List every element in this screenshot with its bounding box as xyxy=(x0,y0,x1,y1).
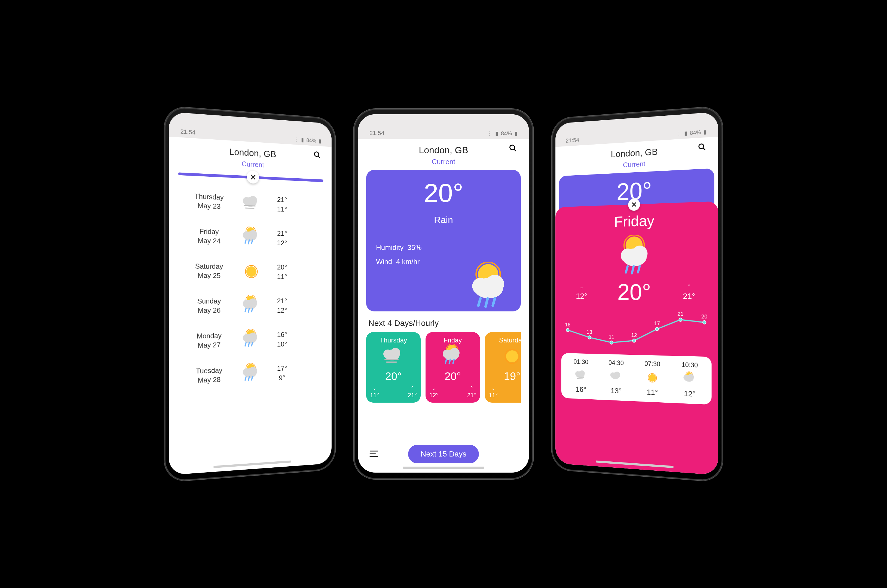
forecast-row[interactable]: TuesdayMay 2817°9° xyxy=(182,355,320,394)
battery-icon: ▮ xyxy=(704,129,707,135)
forecast-day-label: ThursdayMay 23 xyxy=(182,191,236,212)
hourly-item[interactable]: 10:3012° xyxy=(682,361,698,399)
svg-point-22 xyxy=(566,328,569,332)
mini-card-temp: 20° xyxy=(444,370,461,382)
svg-point-26 xyxy=(655,327,659,331)
hourly-item[interactable]: 07:3011° xyxy=(644,360,660,397)
battery-icon: ▮ xyxy=(515,130,518,136)
hourly-time: 07:30 xyxy=(644,360,660,368)
rain-sun-icon xyxy=(236,329,267,351)
tab-current[interactable]: Current xyxy=(358,158,529,170)
forecast-cards-row[interactable]: Thursday20° ⌄11° ⌃21° Friday20° ⌄12° ⌃21… xyxy=(366,332,521,403)
status-system-icons: ⋮ ▮ 84% ▮ xyxy=(294,136,321,144)
status-system-icons: ⋮ ▮ 84% ▮ xyxy=(676,129,707,137)
status-system-icons: ⋮ ▮ 84% ▮ xyxy=(487,130,518,136)
hourly-item[interactable]: 04:3013° xyxy=(608,359,624,396)
location-title: London, GB xyxy=(611,147,658,159)
mini-card-low: 11° xyxy=(489,392,498,399)
svg-line-16 xyxy=(514,149,516,152)
app-header: London, GB xyxy=(358,139,529,158)
hourly-forecast-card[interactable]: 01:3016°04:3013°07:3011°10:3012° xyxy=(561,353,712,405)
hourly-temp-chart: 16131112172120 xyxy=(563,310,710,353)
search-icon[interactable] xyxy=(314,150,321,161)
phone-mockup-forecast-list: 21:54 ⋮ ▮ 84% ▮ London, GB Current ✕ Thu… xyxy=(164,106,335,482)
detail-temp: 20° xyxy=(617,279,651,305)
forecast-row[interactable]: ThursdayMay 2321°11° xyxy=(182,183,320,222)
wifi-icon: ⋮ xyxy=(294,136,299,142)
signal-icon: ▮ xyxy=(301,136,304,143)
search-icon[interactable] xyxy=(509,144,517,154)
signal-icon: ▮ xyxy=(684,130,687,136)
svg-point-28 xyxy=(703,321,706,324)
hourly-item[interactable]: 01:3016° xyxy=(573,358,588,394)
hourly-time: 01:30 xyxy=(573,358,588,366)
status-time: 21:54 xyxy=(180,128,195,136)
svg-point-15 xyxy=(510,145,515,150)
mini-card-temp: 19° xyxy=(504,370,521,382)
hourly-temp: 13° xyxy=(611,387,621,396)
chevron-up-icon: ⌃ xyxy=(687,283,691,289)
status-time: 21:54 xyxy=(566,136,579,144)
search-icon[interactable] xyxy=(698,142,706,153)
hourly-time: 10:30 xyxy=(682,361,698,369)
signal-icon: ▮ xyxy=(495,130,498,136)
hourly-temp: 11° xyxy=(647,388,658,397)
hourly-temp: 16° xyxy=(576,385,587,394)
current-weather-card[interactable]: 20° Rain Humidity 35% Wind 4 km/hr xyxy=(366,170,521,311)
forecast-temps: 21°12° xyxy=(267,296,297,315)
forecast-row[interactable]: FridayMay 2421°12° xyxy=(182,218,320,256)
mini-card-day: Saturday xyxy=(499,336,521,344)
wifi-icon: ⋮ xyxy=(487,130,492,136)
forecast-temps: 21°12° xyxy=(267,228,297,248)
wifi-icon: ⋮ xyxy=(676,130,682,137)
forecast-day-label: TuesdayMay 28 xyxy=(182,366,236,386)
chevron-down-icon: ⌄ xyxy=(432,385,436,391)
svg-line-14 xyxy=(318,156,320,158)
svg-line-21 xyxy=(703,148,705,150)
status-bar: 21:54 ⋮ ▮ 84% ▮ xyxy=(358,114,529,139)
fog-icon xyxy=(574,368,588,383)
day-detail-overlay: ✕ Friday ⌄ 12° 20° ⌃ xyxy=(555,201,718,475)
section-next-days: Next 4 Days/Hourly xyxy=(366,311,521,332)
phone-mockup-current: 21:54 ⋮ ▮ 84% ▮ London, GB Current 20° R… xyxy=(354,109,533,479)
mini-card-low: 11° xyxy=(370,392,379,399)
rain-sun-icon xyxy=(441,344,465,369)
mini-card-high: 21° xyxy=(467,392,476,399)
location-title: London, GB xyxy=(229,147,276,159)
forecast-temps: 20°11° xyxy=(267,262,297,282)
forecast-mini-card[interactable]: Friday20° ⌄12° ⌃21° xyxy=(426,332,480,403)
detail-low: 12° xyxy=(576,291,587,300)
hourly-time: 04:30 xyxy=(608,359,624,367)
mini-card-low: 12° xyxy=(429,392,438,399)
partly-icon xyxy=(682,371,698,387)
phone-mockup-day-detail: 21:54 ⋮ ▮ 84% ▮ London, GB Current 20° ✕… xyxy=(552,106,723,482)
forecast-mini-card[interactable]: Saturday19° ⌄11° ⌃ xyxy=(485,332,521,403)
svg-point-25 xyxy=(632,339,636,342)
rain-sun-icon xyxy=(461,262,515,309)
menu-icon[interactable] xyxy=(369,448,379,460)
chevron-down-icon: ⌄ xyxy=(372,385,377,391)
cloud-icon xyxy=(609,369,623,384)
detail-high: 21° xyxy=(683,291,695,300)
close-button[interactable]: ✕ xyxy=(628,198,640,211)
svg-point-24 xyxy=(610,341,613,344)
detail-temp-row: ⌄ 12° 20° ⌃ 21° xyxy=(561,278,712,305)
detail-day: Friday xyxy=(561,210,712,232)
next-15-days-button[interactable]: Next 15 Days xyxy=(408,445,479,464)
forecast-row[interactable]: SundayMay 2621°12° xyxy=(182,288,320,324)
forecast-list[interactable]: ThursdayMay 2321°11°FridayMay 2421°12°Sa… xyxy=(169,182,332,475)
rain-sun-icon xyxy=(561,233,712,276)
svg-point-27 xyxy=(679,318,682,321)
forecast-day-label: MondayMay 27 xyxy=(182,331,236,350)
svg-point-23 xyxy=(588,336,591,339)
chevron-up-icon: ⌃ xyxy=(410,385,414,391)
forecast-mini-card[interactable]: Thursday20° ⌄11° ⌃21° xyxy=(366,332,421,403)
fog-icon xyxy=(381,344,406,369)
mini-card-temp: 20° xyxy=(385,370,402,382)
forecast-temps: 16°10° xyxy=(267,329,297,349)
location-title: London, GB xyxy=(419,145,468,156)
battery-text: 84% xyxy=(306,137,316,144)
forecast-row[interactable]: SaturdayMay 2520°11° xyxy=(182,254,320,289)
sun-icon xyxy=(500,344,521,369)
forecast-row[interactable]: MondayMay 2716°10° xyxy=(182,322,320,359)
